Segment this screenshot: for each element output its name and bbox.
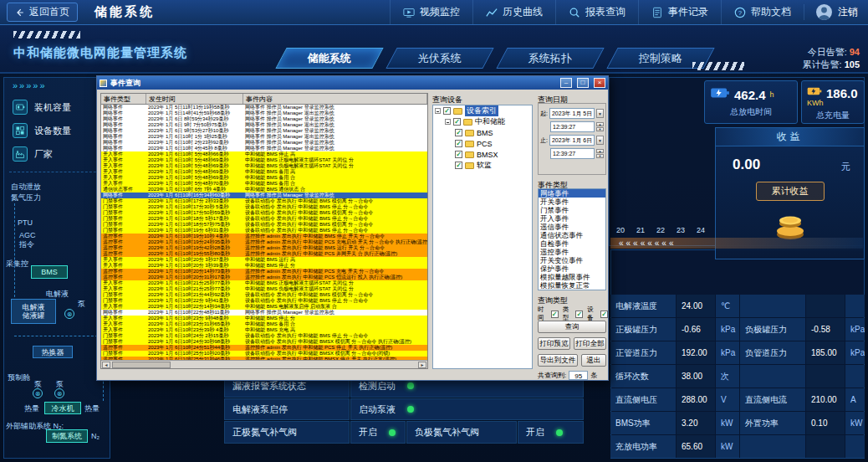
event-row[interactable]: 门禁事件2023年 1月 6日10时21分44秒92毫秒设备联动指令 发出执行 … xyxy=(101,292,427,298)
nav-item-4[interactable]: ?帮助文档 xyxy=(721,0,804,24)
event-row[interactable]: 开入事件2023年 1月 6日10时 5分48秒69毫秒中和储能 BMS 备用 … xyxy=(101,169,427,175)
event-type-option[interactable]: 遥信事件 xyxy=(539,223,605,231)
nav-item-0[interactable]: 视频监控 xyxy=(390,0,472,24)
nav-item-3[interactable]: 事件记录 xyxy=(638,0,721,24)
event-row[interactable]: 网络事件2023年 1月 6日10时22分48秒11毫秒网络事件 操作员 Man… xyxy=(101,310,427,316)
tree-node-0[interactable]: ✓设备索引 xyxy=(433,105,532,116)
tab-2[interactable]: 系统拓扑 xyxy=(496,48,604,69)
export-file-button[interactable]: 导出到文件 xyxy=(538,354,578,367)
event-type-option[interactable]: 开关变位事件 xyxy=(539,256,605,264)
scroll-left-icon[interactable]: ◄ xyxy=(102,362,110,368)
event-type-option[interactable]: 自检事件 xyxy=(539,239,605,248)
chevron-down-icon[interactable]: ▼ xyxy=(596,109,604,118)
event-row[interactable]: 遥控事件2023年 1月 6日10时24分51秒44毫秒遥控操作 admin 发… xyxy=(101,345,427,351)
horizontal-scrollbar[interactable]: ◄ ► xyxy=(101,360,427,368)
event-type-option[interactable]: 遥控事件 xyxy=(539,248,605,256)
checkbox-icon[interactable]: ✓ xyxy=(575,311,583,318)
chevron-down-icon[interactable]: ▼ xyxy=(596,136,604,145)
event-row[interactable]: 门禁事件2023年 1月 6日10时25分10秒20毫秒设备联动指令 发出执行 … xyxy=(101,351,427,357)
heat-exchanger-node[interactable]: 热换器 xyxy=(33,346,73,358)
query-button[interactable]: 查询 xyxy=(538,321,606,333)
event-row[interactable]: 遥控事件2023年 1月 6日10时20分14秒73毫秒遥控操作 admin 发… xyxy=(101,269,427,275)
event-row[interactable]: 门禁事件2023年 1月 6日10时24分 2秒15毫秒设备联动指令 发出执行 … xyxy=(101,333,427,339)
from-time-input[interactable]: 12:39:27 xyxy=(550,121,595,132)
tree-node-4[interactable]: ✓BMSX xyxy=(433,149,532,160)
time-spinner[interactable]: ▲▼ xyxy=(596,122,604,131)
expand-collapse-icon[interactable] xyxy=(445,119,451,125)
event-row[interactable]: 网络事件2023年 1月 6日10时16分34秒60毫秒网络事件 操作员 Man… xyxy=(101,192,427,198)
event-row[interactable]: 门禁事件2023年 1月 6日10时18分57秒75毫秒设备联动指令 发出执行 … xyxy=(101,222,427,228)
time-spinner[interactable]: ▲▼ xyxy=(596,149,604,158)
sidebar-item-2[interactable]: 厂家 xyxy=(13,146,53,162)
query-type-option-1[interactable]: 类型✓ xyxy=(563,305,584,322)
column-header-content[interactable]: 事件内容 xyxy=(243,94,427,104)
exit-button[interactable]: 退出 xyxy=(581,354,606,367)
cumulative-revenue-button[interactable]: 累计收益 xyxy=(756,182,825,201)
event-row[interactable]: 开入事件2023年 1月 6日10时 5分48秒69毫秒中和储能 BMS 备用 … xyxy=(101,175,427,181)
event-row[interactable]: 开入事件2023年 1月 6日10时22分14秒34毫秒中和储能 BMS 电解液… xyxy=(101,304,427,310)
tree-node-5[interactable]: ✓软监 xyxy=(433,160,532,171)
event-row[interactable]: 网络事件2023年 1月 6日 8时59分34秒29毫秒网络事件 操作员 Man… xyxy=(101,116,427,122)
event-type-option[interactable]: 模拟量越限事件 xyxy=(539,273,605,281)
chiller-node[interactable]: 冷水机 xyxy=(44,402,81,414)
event-row[interactable]: 门禁事件2023年 1月 6日10时17分50秒59毫秒设备联动指令 发出执行 … xyxy=(101,210,427,216)
close-button[interactable]: × xyxy=(594,78,605,88)
event-row[interactable]: 开入事件2023年 1月 6日10时20分 3秒39毫秒中和储能 BMS 停止 … xyxy=(101,263,427,269)
tab-0[interactable]: 储能系统 xyxy=(275,48,383,69)
event-row[interactable]: 开入事件2023年 1月 6日10时 5分48秒66毫秒中和储能 BMS 停止 … xyxy=(101,151,427,157)
event-row[interactable]: 通信状态事件2023年 1月 6日10时 6分 7秒 4毫秒中和储能 BMS 通… xyxy=(101,187,427,192)
event-row[interactable]: 遥控事件2023年 1月 6日10时19分55秒80毫秒遥控操作 admin 发… xyxy=(101,251,427,257)
event-row[interactable]: 开入事件2023年 1月 6日10时 5分48秒69毫秒中和储能 BMS 负极电… xyxy=(101,163,427,169)
sidebar-item-0[interactable]: 装机容量 xyxy=(13,100,71,115)
tree-node-1[interactable]: ✓中和储能 xyxy=(433,116,532,127)
checkbox-icon[interactable]: ✓ xyxy=(600,311,608,318)
checkbox-icon[interactable]: ✓ xyxy=(443,107,451,115)
sidebar-item-1[interactable]: 设备数量 xyxy=(13,123,71,138)
event-type-option[interactable]: 开关事件 xyxy=(539,198,605,206)
dialog-title-bar[interactable]: 事件查询 – □ × xyxy=(97,76,608,90)
event-row[interactable]: 开入事件2023年 1月 6日10时21分25秒77毫秒中和储能 BMS 正极电… xyxy=(101,280,427,286)
checkbox-icon[interactable]: ✓ xyxy=(551,311,559,318)
to-date-input[interactable]: 2023年 1月 6日 xyxy=(549,135,595,146)
nav-item-1[interactable]: 历史曲线 xyxy=(472,0,555,24)
event-row[interactable]: 开入事件2023年 1月 6日10时23分39秒 4毫秒中和储能 BMS 充电 … xyxy=(101,327,427,333)
back-home-button[interactable]: 返回首页 xyxy=(7,3,78,22)
query-type-option-2[interactable]: 设备✓ xyxy=(587,305,608,322)
event-row[interactable]: 遥控事件2023年 1月 6日10时19分10秒 4毫秒遥控操作 admin 发… xyxy=(101,234,427,239)
event-row[interactable]: 网络事件2023年 1月 6日10时 1分 3秒25毫秒网络事件 操作员 Man… xyxy=(101,134,427,140)
logout-button[interactable]: 注销 xyxy=(804,4,868,20)
tab-1[interactable]: 光伏系统 xyxy=(385,48,493,69)
checkbox-icon[interactable]: ✓ xyxy=(455,162,462,169)
maximize-button[interactable]: □ xyxy=(577,78,589,88)
event-row[interactable]: 开入事件2023年 1月 6日10时20分 3秒37毫秒中和储能 BMS 运行 … xyxy=(101,257,427,263)
nitrogen-system-node[interactable]: 制氮系统 xyxy=(46,429,88,443)
checkbox-icon[interactable]: ✓ xyxy=(455,140,462,147)
event-row[interactable]: 开入事件2023年 1月 6日10时21分25秒77毫秒中和储能 BMS 负极电… xyxy=(101,286,427,292)
event-row[interactable]: 网络事件2023年 1月 6日 9时 7分50秒75毫秒网络事件 操作员 Man… xyxy=(101,122,427,128)
event-row[interactable]: 门禁事件2023年 1月 6日10时18分 5秒17毫秒设备联动指令 发出执行 … xyxy=(101,216,427,222)
event-type-option[interactable]: 门禁事件 xyxy=(539,206,605,214)
to-time-input[interactable]: 12:39:27 xyxy=(550,148,595,159)
column-header-time[interactable]: 发生时间 xyxy=(146,94,243,104)
event-type-option[interactable]: 网络事件 xyxy=(539,189,605,198)
event-row[interactable]: 遥控事件2023年 1月 6日10时19分24秒35毫秒遥控操作 admin 发… xyxy=(101,239,427,245)
bms-node[interactable]: BMS xyxy=(31,265,68,279)
event-type-option[interactable]: 保护事件 xyxy=(539,264,605,273)
electrolyte-tank-node[interactable]: 电解液储液罐 xyxy=(11,299,56,324)
event-row[interactable]: 网络事件2023年 1月 6日10时 2分23秒92毫秒网络事件 操作员 Man… xyxy=(101,140,427,146)
event-type-option[interactable]: 通信状态事件 xyxy=(539,231,605,239)
query-type-option-0[interactable]: 时间✓ xyxy=(538,305,559,322)
event-row[interactable]: 开入事件2023年 1月 6日10时 5分48秒70毫秒中和储能 BMS 备用 … xyxy=(101,181,427,187)
column-header-type[interactable]: 事件类型 xyxy=(101,94,146,104)
event-type-option[interactable]: 模拟量恢复正常 xyxy=(539,281,605,290)
event-row[interactable]: 门禁事件2023年 1月 6日10时17分30秒 5毫秒设备联动指令 发出执行 … xyxy=(101,204,427,210)
event-row[interactable]: 开入事件2023年 1月 6日10时23分31秒65毫秒中和储能 BMS 备用 … xyxy=(101,321,427,327)
event-row[interactable]: 开入事件2023年 1月 6日10时 5分48秒69毫秒中和储能 BMS 正极电… xyxy=(101,157,427,163)
event-row[interactable]: 门禁事件2023年 1月 6日10时17分 2秒33毫秒设备联动指令 发出执行 … xyxy=(101,198,427,204)
nav-item-2[interactable]: 报表查询 xyxy=(555,0,638,24)
from-date-input[interactable]: 2023年 1月 5日 xyxy=(549,108,595,119)
event-row[interactable]: 门禁事件2023年 1月 6日10时24分30秒98毫秒设备联动指令 发出执行 … xyxy=(101,339,427,345)
checkbox-icon[interactable]: ✓ xyxy=(455,129,462,136)
scroll-right-icon[interactable]: ► xyxy=(418,362,426,368)
event-row[interactable]: 遥控事件2023年 1月 6日10时19分42秒28毫秒遥控操作 admin 发… xyxy=(101,245,427,251)
